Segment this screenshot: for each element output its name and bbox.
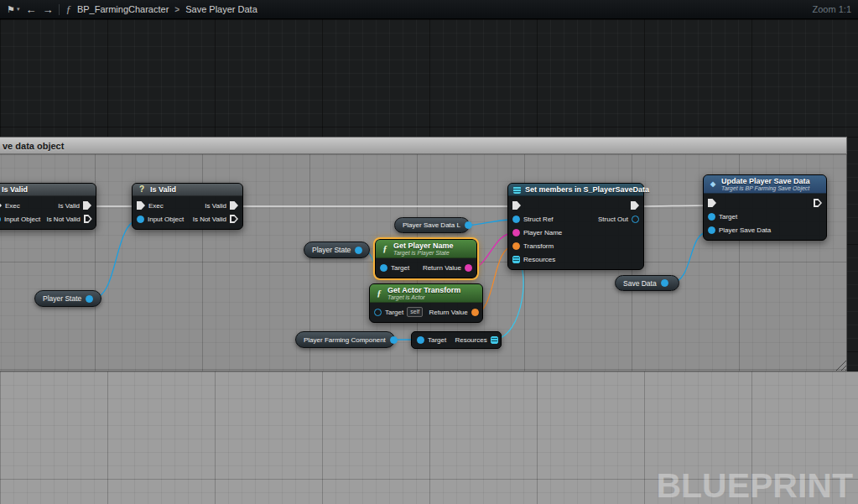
pin-label: Player Name xyxy=(523,229,562,236)
target-pin[interactable] xyxy=(374,309,382,316)
return-value-pin[interactable] xyxy=(471,309,479,316)
exec-out-pin[interactable] xyxy=(230,215,238,223)
node-title: Get Actor Transform xyxy=(387,286,460,294)
chevron-down-icon: ▾ xyxy=(17,6,20,13)
back-button[interactable]: ← xyxy=(25,4,36,15)
node-subtitle: Target is BP Farming Save Object xyxy=(721,185,810,191)
player-name-pin[interactable] xyxy=(512,229,520,236)
pin-label: Is Not Valid xyxy=(46,216,80,223)
output-pin[interactable] xyxy=(86,295,93,303)
exec-out-pin[interactable] xyxy=(631,201,639,210)
pin-label: Input Object xyxy=(148,216,184,223)
transform-pin[interactable] xyxy=(512,242,520,250)
function-icon: ƒ xyxy=(65,3,71,16)
resources-pin[interactable] xyxy=(512,256,520,263)
pin-label: Transform xyxy=(523,242,554,250)
pin-label: Struct Out xyxy=(598,216,628,223)
pin-label: Return Value xyxy=(423,264,461,272)
input-object-pin[interactable] xyxy=(137,216,144,223)
zoom-level: Zoom 1:1 xyxy=(813,4,851,14)
node-get-resources[interactable]: Target Resources xyxy=(411,331,502,349)
struct-ref-pin[interactable] xyxy=(512,216,520,223)
function-icon: ƒ xyxy=(375,288,383,298)
question-icon: ? xyxy=(138,185,146,194)
bookmark-button[interactable]: ⚑▾ xyxy=(7,4,19,15)
resources-out-pin[interactable] xyxy=(491,336,498,344)
node-update-player-save-data[interactable]: ◆ Update Player Save Data Target is BP F… xyxy=(703,174,827,241)
input-object-pin[interactable] xyxy=(0,216,1,223)
self-reference-badge: self xyxy=(407,307,423,317)
variable-node-player-farming-component[interactable]: Player Farming Component xyxy=(295,331,395,348)
pin-label: Resources xyxy=(523,256,555,263)
pin-label: Target xyxy=(391,264,409,272)
variable-node-player-save-data[interactable]: Player Save Data L xyxy=(394,217,470,233)
node-get-actor-transform[interactable]: ƒ Get Actor Transform Target is Actor Ta… xyxy=(369,283,483,323)
output-pin[interactable] xyxy=(355,247,362,254)
target-pin[interactable] xyxy=(380,264,387,272)
variable-node-player-state[interactable]: Player State xyxy=(34,290,101,307)
node-title: Set members in S_PlayerSaveData xyxy=(525,185,649,194)
bookmark-icon: ⚑ xyxy=(7,4,15,15)
node-is-valid[interactable]: ? Is Valid Exec Is Valid Input Object Is… xyxy=(132,183,243,230)
graph-background-top[interactable] xyxy=(0,19,858,137)
node-set-members[interactable]: Set members in S_PlayerSaveData Struct R… xyxy=(507,183,644,270)
variable-label: Player State xyxy=(43,294,81,303)
output-pin[interactable] xyxy=(390,336,398,344)
target-pin[interactable] xyxy=(708,213,715,221)
node-header: ? Is Valid xyxy=(133,184,242,196)
node-header: ƒ Get Player Name Target is Player State xyxy=(376,240,476,258)
node-title: Is Valid xyxy=(150,185,176,194)
node-title: Is Valid xyxy=(0,185,28,194)
comment-title-text: ve data object xyxy=(3,141,64,151)
blueprint-graph[interactable]: ve data object BLUEPRINT Is Valid xyxy=(0,19,858,504)
pin-label: Exec xyxy=(5,202,20,210)
pin-label: Input Object xyxy=(4,216,40,223)
variable-node-save-data[interactable]: Save Data xyxy=(615,275,679,291)
output-pin[interactable] xyxy=(465,221,472,229)
function-icon: ƒ xyxy=(381,244,389,253)
variable-label: Player Farming Component xyxy=(304,336,386,344)
forward-button[interactable]: → xyxy=(42,4,53,15)
comment-title[interactable]: ve data object xyxy=(0,137,847,154)
player-save-data-pin[interactable] xyxy=(708,226,715,234)
breadcrumb-current[interactable]: Save Player Data xyxy=(185,4,257,14)
blueprint-editor: ⚑▾ ← → ƒ BP_FarmingCharacter > Save Play… xyxy=(0,0,858,504)
exec-in-pin[interactable] xyxy=(137,201,145,210)
node-subtitle: Target is Actor xyxy=(387,294,460,300)
breadcrumb-root[interactable]: BP_FarmingCharacter xyxy=(77,4,169,14)
exec-in-pin[interactable] xyxy=(708,199,716,207)
toolbar-divider xyxy=(59,4,60,15)
variable-node-player-state[interactable]: Player State xyxy=(304,242,370,258)
pin-label: Return Value xyxy=(429,309,468,316)
pin-label: Target xyxy=(719,213,737,221)
node-header: Set members in S_PlayerSaveData xyxy=(508,184,643,196)
node-title: Update Player Save Data xyxy=(721,177,810,185)
node-title: Get Player Name xyxy=(393,242,454,250)
exec-out-pin[interactable] xyxy=(814,199,822,207)
node-get-player-name[interactable]: ƒ Get Player Name Target is Player State… xyxy=(375,239,477,278)
node-subtitle: Target is Player State xyxy=(393,250,454,256)
graph-background-bottom[interactable] xyxy=(0,372,858,504)
node-header: ◆ Update Player Save Data Target is BP F… xyxy=(704,175,826,194)
pin-label: Is Not Valid xyxy=(193,216,226,223)
output-pin[interactable] xyxy=(661,279,668,287)
variable-label: Save Data xyxy=(623,279,657,288)
target-pin[interactable] xyxy=(417,336,424,344)
node-header: ƒ Get Actor Transform Target is Actor xyxy=(370,284,482,303)
pin-label: Resources xyxy=(455,336,486,344)
pin-label: Player Save Data xyxy=(719,226,771,234)
pin-label: Struct Ref xyxy=(523,216,554,223)
exec-in-pin[interactable] xyxy=(0,201,2,210)
variable-label: Player Save Data L xyxy=(403,221,460,229)
exec-out-pin[interactable] xyxy=(84,215,92,223)
exec-out-pin[interactable] xyxy=(83,201,91,210)
exec-out-pin[interactable] xyxy=(230,201,238,210)
struct-out-pin[interactable] xyxy=(632,216,639,223)
breadcrumb-separator-icon: > xyxy=(174,5,179,14)
graph-toolbar: ⚑▾ ← → ƒ BP_FarmingCharacter > Save Play… xyxy=(0,0,858,19)
exec-in-pin[interactable] xyxy=(512,201,521,210)
return-value-pin[interactable] xyxy=(465,264,472,272)
pin-label: Exec xyxy=(148,202,164,210)
pin-label: Is Valid xyxy=(58,202,80,210)
node-is-valid-left[interactable]: Is Valid Exec Is Valid Input Object Is N… xyxy=(0,183,96,230)
